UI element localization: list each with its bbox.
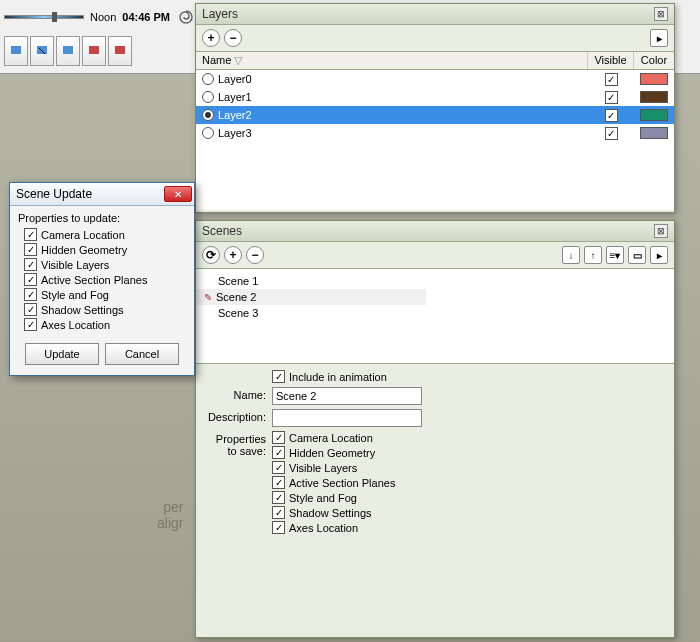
layer-row[interactable]: Layer2✓	[196, 106, 674, 124]
prop-checkbox[interactable]: ✓	[24, 228, 37, 241]
prop-label: Visible Layers	[41, 259, 109, 271]
col-visible[interactable]: Visible	[588, 52, 634, 69]
remove-layer-button[interactable]: −	[224, 29, 242, 47]
scenes-panel-title: Scenes	[202, 224, 242, 238]
scene-update-dialog: Scene Update ✕ Properties to update: ✓Ca…	[9, 182, 195, 376]
scene-name-input[interactable]	[272, 387, 422, 405]
prop-label: Style and Fog	[289, 492, 357, 504]
cancel-button[interactable]: Cancel	[105, 343, 179, 365]
svg-rect-3	[89, 46, 99, 54]
include-animation-checkbox[interactable]: ✓	[272, 370, 285, 383]
layers-panel-header[interactable]: Layers ⊠	[196, 4, 674, 25]
remove-scene-button[interactable]: −	[246, 246, 264, 264]
prop-checkbox[interactable]: ✓	[272, 521, 285, 534]
time-label: 04:46 PM	[122, 11, 170, 23]
prop-row: ✓Style and Fog	[272, 491, 395, 504]
layer-row[interactable]: Layer3✓	[196, 124, 674, 142]
scenes-menu-button[interactable]: ▸	[650, 246, 668, 264]
dialog-heading: Properties to update:	[18, 212, 186, 224]
layer-color[interactable]	[634, 109, 674, 121]
prop-row: ✓Active Section Planes	[272, 476, 395, 489]
layer-radio[interactable]	[202, 127, 214, 139]
prop-checkbox[interactable]: ✓	[272, 446, 285, 459]
layer-radio[interactable]	[202, 73, 214, 85]
layers-menu-button[interactable]: ▸	[650, 29, 668, 47]
prop-checkbox[interactable]: ✓	[24, 273, 37, 286]
prop-label: Axes Location	[289, 522, 358, 534]
layer-row[interactable]: Layer1✓	[196, 88, 674, 106]
update-button[interactable]: Update	[25, 343, 99, 365]
svg-rect-2	[63, 46, 73, 54]
move-down-button[interactable]: ↓	[562, 246, 580, 264]
scene-tab-2[interactable]	[30, 36, 54, 66]
prop-row: ✓Visible Layers	[272, 461, 395, 474]
scene-row[interactable]: Scene 1	[196, 273, 674, 289]
dialog-body: Properties to update: ✓Camera Location✓H…	[10, 206, 194, 337]
layer-row[interactable]: Layer0✓	[196, 70, 674, 88]
scene-row[interactable]: ✎Scene 2	[196, 289, 426, 305]
bg-text: per aligr	[157, 499, 183, 531]
prop-checkbox[interactable]: ✓	[24, 318, 37, 331]
layer-visible[interactable]: ✓	[588, 73, 634, 86]
layer-color[interactable]	[634, 127, 674, 139]
scene-label: Scene 3	[218, 307, 258, 319]
prop-checkbox[interactable]: ✓	[24, 288, 37, 301]
prop-checkbox[interactable]: ✓	[272, 431, 285, 444]
spiral-icon[interactable]	[176, 7, 196, 27]
prop-label: Axes Location	[41, 319, 110, 331]
prop-checkbox[interactable]: ✓	[272, 506, 285, 519]
col-color[interactable]: Color	[634, 52, 674, 69]
close-icon[interactable]: ⊠	[654, 224, 668, 238]
scene-tab-5[interactable]	[108, 36, 132, 66]
scene-tab-1[interactable]	[4, 36, 28, 66]
col-name[interactable]: Name ▽	[196, 52, 588, 69]
prop-checkbox[interactable]: ✓	[24, 258, 37, 271]
layer-visible[interactable]: ✓	[588, 127, 634, 140]
close-icon[interactable]: ⊠	[654, 7, 668, 21]
prop-row: ✓Camera Location	[272, 431, 395, 444]
scene-tab-4[interactable]	[82, 36, 106, 66]
dialog-props-list: ✓Camera Location✓Hidden Geometry✓Visible…	[24, 228, 186, 331]
scene-description-input[interactable]	[272, 409, 422, 427]
slider-thumb[interactable]	[52, 12, 57, 22]
prop-checkbox[interactable]: ✓	[272, 476, 285, 489]
layers-panel: Layers ⊠ + − ▸ Name ▽ Visible Color Laye…	[195, 3, 675, 213]
layer-radio[interactable]	[202, 109, 214, 121]
add-scene-button[interactable]: +	[224, 246, 242, 264]
list-view-button[interactable]: ≡▾	[606, 246, 624, 264]
prop-checkbox[interactable]: ✓	[24, 243, 37, 256]
layer-name: Layer1	[218, 91, 588, 103]
close-icon[interactable]: ✕	[164, 186, 192, 202]
update-scene-button[interactable]: ⟳	[202, 246, 220, 264]
scenes-props-list: ✓Camera Location✓Hidden Geometry✓Visible…	[272, 431, 395, 534]
prop-label: Style and Fog	[41, 289, 109, 301]
layer-name: Layer3	[218, 127, 588, 139]
prop-row: ✓Camera Location	[24, 228, 186, 241]
layer-radio[interactable]	[202, 91, 214, 103]
scenes-panel-header[interactable]: Scenes ⊠	[196, 221, 674, 242]
details-toggle-button[interactable]: ▭	[628, 246, 646, 264]
prop-label: Shadow Settings	[289, 507, 372, 519]
layer-color[interactable]	[634, 91, 674, 103]
slider-track[interactable]	[4, 15, 84, 19]
prop-label: Active Section Planes	[289, 477, 395, 489]
layer-visible[interactable]: ✓	[588, 109, 634, 122]
scene-label: Scene 2	[216, 291, 256, 303]
move-up-button[interactable]: ↑	[584, 246, 602, 264]
time-slider[interactable]	[4, 15, 84, 19]
add-layer-button[interactable]: +	[202, 29, 220, 47]
prop-row: ✓Visible Layers	[24, 258, 186, 271]
prop-checkbox[interactable]: ✓	[24, 303, 37, 316]
dialog-titlebar[interactable]: Scene Update ✕	[10, 183, 194, 206]
layer-color[interactable]	[634, 73, 674, 85]
layer-visible[interactable]: ✓	[588, 91, 634, 104]
prop-checkbox[interactable]: ✓	[272, 491, 285, 504]
scene-tab-3[interactable]	[56, 36, 80, 66]
prop-row: ✓Hidden Geometry	[24, 243, 186, 256]
prop-label: Hidden Geometry	[289, 447, 375, 459]
scene-row[interactable]: Scene 3	[196, 305, 674, 321]
scenes-panel: Scenes ⊠ ⟳ + − ↓ ↑ ≡▾ ▭ ▸ Scene 1✎Scene …	[195, 220, 675, 638]
prop-label: Visible Layers	[289, 462, 357, 474]
prop-checkbox[interactable]: ✓	[272, 461, 285, 474]
prop-row: ✓Active Section Planes	[24, 273, 186, 286]
